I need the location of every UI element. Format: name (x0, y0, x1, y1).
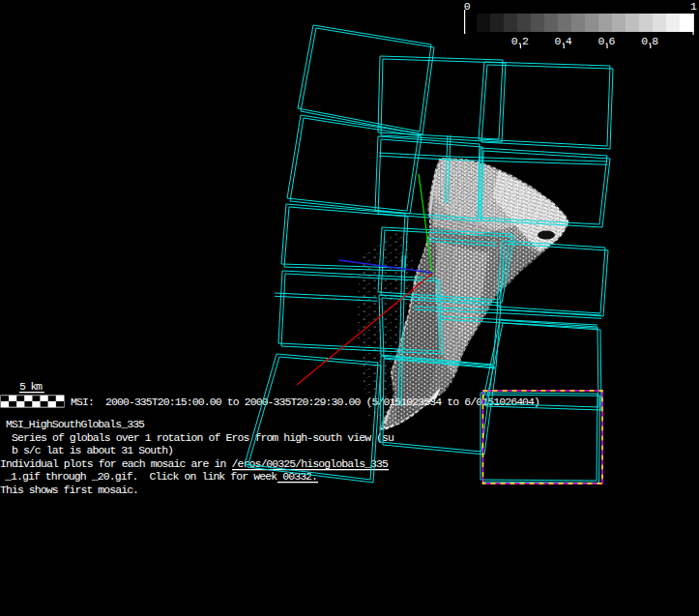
svg-text:Individual plots for each mosa: Individual plots for each mosaic are in … (0, 457, 389, 470)
svg-text:5 km: 5 km (19, 380, 43, 393)
svg-text:_1.gif through _20.gif. Click: _1.gif through _20.gif. Click on link fo… (0, 470, 318, 483)
svg-text:0.8: 0.8 (641, 35, 658, 47)
svg-text:0: 0 (464, 0, 471, 13)
svg-text:This shows first mosaic.: This shows first mosaic. (0, 484, 139, 496)
svg-text:b s/c lat is about 31 South): b s/c lat is about 31 South) (6, 444, 174, 456)
svg-text:0.4: 0.4 (555, 35, 572, 47)
svg-text:MSI: 2000-335T20:15:00.00 to: MSI: 2000-335T20:15:00.00 to 2000-335T20… (71, 396, 540, 408)
svg-text:1: 1 (690, 0, 697, 13)
svg-text:MSI_HighSouthGlobals_335: MSI_HighSouthGlobals_335 (6, 418, 145, 430)
svg-text:0.2: 0.2 (511, 35, 529, 47)
svg-text:0.6: 0.6 (597, 35, 615, 47)
svg-text:Series of globals over 1 rotat: Series of globals over 1 rotation of Ero… (6, 431, 394, 444)
